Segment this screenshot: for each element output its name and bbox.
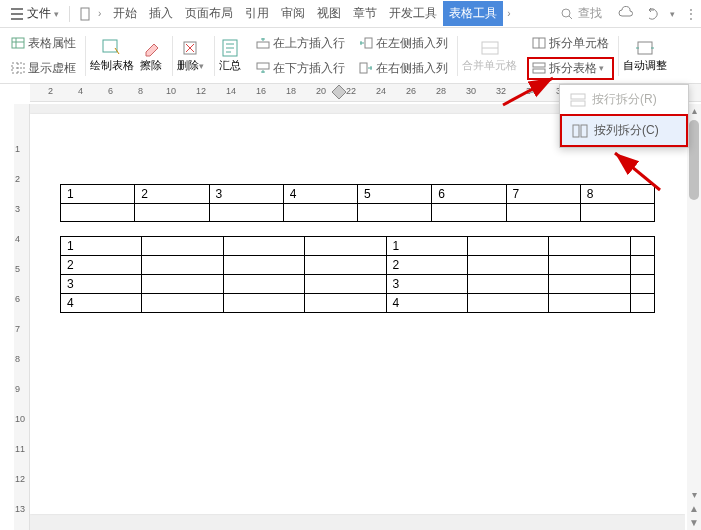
auto-fit-button[interactable]: 自动调整 xyxy=(623,38,667,73)
cloud-icon[interactable] xyxy=(618,6,634,22)
autofit-icon xyxy=(634,38,656,58)
table-properties-button[interactable]: 表格属性 xyxy=(6,32,81,55)
merge-icon xyxy=(479,38,501,58)
insert-row-above-button[interactable]: 在上方插入行 xyxy=(251,32,350,55)
tab-reference[interactable]: 引用 xyxy=(239,1,275,26)
split-table-dropdown: 按行拆分(R) 按列拆分(C) xyxy=(559,84,689,148)
merge-cells-button[interactable]: 合并单元格 xyxy=(462,38,517,73)
svg-rect-17 xyxy=(571,101,585,106)
delete-button[interactable]: 删除▾ xyxy=(177,38,204,73)
ribbon: 表格属性 显示虚框 绘制表格 擦除 删除▾ 汇总 在上方插入行 在下方插入行 xyxy=(0,28,701,84)
tab-insert[interactable]: 插入 xyxy=(143,1,179,26)
table-row: 1234 5678 xyxy=(61,185,655,204)
page-down-icon[interactable]: ▼ xyxy=(687,516,701,530)
svg-rect-8 xyxy=(257,63,269,69)
svg-rect-15 xyxy=(638,42,652,54)
table-2[interactable]: 11 22 33 44 xyxy=(60,236,655,313)
svg-rect-18 xyxy=(573,125,579,137)
search-icon xyxy=(560,7,574,21)
svg-point-1 xyxy=(562,9,570,17)
tab-table-tools[interactable]: 表格工具 xyxy=(443,1,503,26)
document-area: 1234 5678 11 22 33 44 xyxy=(30,104,685,530)
erase-icon xyxy=(140,38,162,58)
page[interactable]: 1234 5678 11 22 33 44 xyxy=(30,114,685,514)
split-col-icon xyxy=(572,124,588,138)
svg-rect-2 xyxy=(12,38,24,48)
svg-rect-14 xyxy=(533,69,545,73)
split-table-icon xyxy=(532,62,546,74)
draw-table-button[interactable]: 绘制表格 xyxy=(90,38,134,73)
split-row-icon xyxy=(570,93,586,107)
undo-icon[interactable] xyxy=(644,6,660,22)
erase-button[interactable]: 擦除 xyxy=(140,38,162,73)
table-row xyxy=(61,204,655,222)
scroll-down-icon[interactable]: ▾ xyxy=(687,488,701,502)
split-by-row-item[interactable]: 按行拆分(R) xyxy=(560,85,688,114)
search-placeholder: 查找 xyxy=(578,5,602,22)
split-cell-icon xyxy=(532,37,546,49)
chevron-down-icon: ▾ xyxy=(54,9,59,19)
summary-button[interactable]: 汇总 xyxy=(219,38,241,73)
svg-rect-19 xyxy=(581,125,587,137)
file-label: 文件 xyxy=(27,5,51,22)
scroll-up-icon[interactable]: ▴ xyxy=(687,104,701,118)
table-row: 22 xyxy=(61,256,655,275)
scroll-thumb[interactable] xyxy=(689,120,699,200)
top-bar: 文件 ▾ › 开始 插入 页面布局 引用 审阅 视图 章节 开发工具 表格工具 … xyxy=(0,0,701,28)
insert-col-right-button[interactable]: 在右侧插入列 xyxy=(354,57,453,80)
show-border-button[interactable]: 显示虚框 xyxy=(6,57,81,80)
svg-rect-7 xyxy=(257,42,269,48)
tab-layout[interactable]: 页面布局 xyxy=(179,1,239,26)
document-icon[interactable] xyxy=(78,7,92,21)
dropdown-icon[interactable]: ▾ xyxy=(670,9,675,19)
table-1[interactable]: 1234 5678 xyxy=(60,184,655,222)
insert-row-below-button[interactable]: 在下方插入行 xyxy=(251,57,350,80)
ruler-vertical[interactable]: 1 2 3 4 5 6 7 8 9 10 11 12 13 xyxy=(14,104,30,530)
svg-rect-16 xyxy=(571,94,585,99)
hamburger-icon xyxy=(10,8,24,20)
svg-rect-13 xyxy=(533,63,545,67)
tab-marker-icon[interactable] xyxy=(330,84,348,102)
delete-icon xyxy=(180,38,202,58)
tab-start[interactable]: 开始 xyxy=(107,1,143,26)
page-up-icon[interactable]: ▲ xyxy=(687,502,701,516)
split-cells-button[interactable]: 拆分单元格 xyxy=(527,32,614,55)
menu-button[interactable]: 文件 ▾ xyxy=(4,3,65,24)
table-row: 11 xyxy=(61,237,655,256)
svg-rect-4 xyxy=(103,40,117,52)
border-icon xyxy=(11,62,25,74)
svg-rect-9 xyxy=(365,38,372,48)
summary-icon xyxy=(219,38,241,58)
tab-review[interactable]: 审阅 xyxy=(275,1,311,26)
insert-col-left-button[interactable]: 在左侧插入列 xyxy=(354,32,453,55)
chevron-right-icon: › xyxy=(98,8,101,19)
split-table-button[interactable]: 拆分表格 ▾ xyxy=(527,57,614,80)
table-row: 44 xyxy=(61,294,655,313)
chevron-right-icon[interactable]: › xyxy=(507,8,510,19)
table-row: 33 xyxy=(61,275,655,294)
scrollbar-vertical[interactable]: ▴ ▾ ▲ ▼ xyxy=(687,104,701,530)
properties-icon xyxy=(11,37,25,49)
more-icon[interactable]: ⋮ xyxy=(685,7,697,21)
svg-rect-0 xyxy=(81,8,89,20)
split-by-col-item[interactable]: 按列拆分(C) xyxy=(560,114,688,147)
search-box[interactable]: 查找 xyxy=(554,3,608,24)
tab-dev[interactable]: 开发工具 xyxy=(383,1,443,26)
tab-view[interactable]: 视图 xyxy=(311,1,347,26)
tabs: 开始 插入 页面布局 引用 审阅 视图 章节 开发工具 表格工具 xyxy=(107,1,503,26)
draw-icon xyxy=(101,38,123,58)
col-right-icon xyxy=(359,62,373,74)
tab-section[interactable]: 章节 xyxy=(347,1,383,26)
row-above-icon xyxy=(256,37,270,49)
row-below-icon xyxy=(256,62,270,74)
svg-rect-10 xyxy=(360,63,367,73)
col-left-icon xyxy=(359,37,373,49)
